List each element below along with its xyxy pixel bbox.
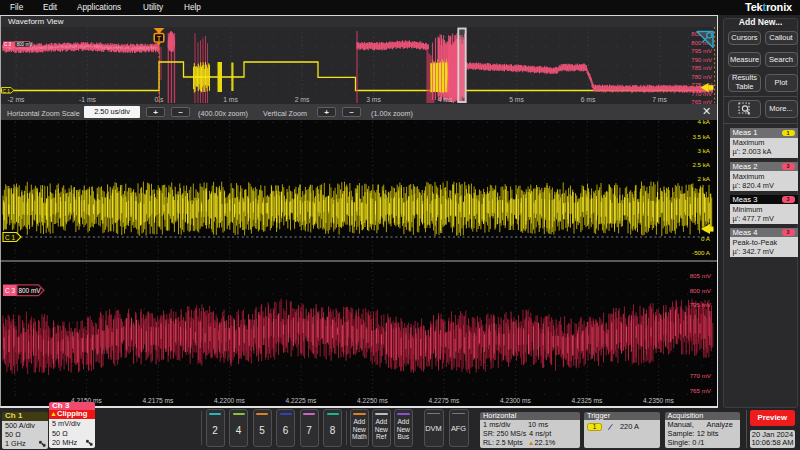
svg-text:785 mV: 785 mV <box>691 65 712 71</box>
svg-text:4 kA: 4 kA <box>698 120 711 125</box>
svg-text:4.2225 ms: 4.2225 ms <box>286 397 317 404</box>
svg-text:1 ms: 1 ms <box>223 96 238 103</box>
svg-text:-500 A: -500 A <box>692 249 711 256</box>
svg-text:0 s: 0 s <box>154 96 164 103</box>
svg-text:795 mV: 795 mV <box>690 301 712 308</box>
svg-text:-2 ms: -2 ms <box>8 96 26 103</box>
svg-text:7 ms: 7 ms <box>652 96 667 103</box>
svg-text:2.5 kA: 2.5 kA <box>692 161 710 168</box>
svg-text:795 mV: 795 mV <box>691 48 712 54</box>
svg-text:790 mV: 790 mV <box>691 57 712 63</box>
svg-text:805 mV: 805 mV <box>690 272 712 279</box>
svg-text:5 ms: 5 ms <box>509 96 524 103</box>
svg-text:4.2350 ms: 4.2350 ms <box>643 397 674 404</box>
svg-text:T: T <box>157 35 162 42</box>
svg-text:2 kA: 2 kA <box>698 175 711 182</box>
svg-text:3 ms: 3 ms <box>366 96 381 103</box>
svg-text:4.2250 ms: 4.2250 ms <box>357 397 388 404</box>
svg-text:3 kA: 3 kA <box>698 147 711 154</box>
svg-text:780 mV: 780 mV <box>691 74 712 80</box>
svg-text:765 mV: 765 mV <box>690 387 712 394</box>
svg-text:4.2275 ms: 4.2275 ms <box>429 397 460 404</box>
svg-text:800 mV: 800 mV <box>17 42 34 47</box>
svg-text:4.2300 ms: 4.2300 ms <box>500 397 531 404</box>
svg-text:0 A: 0 A <box>701 235 711 242</box>
svg-text:770 mV: 770 mV <box>690 372 712 379</box>
svg-text:-1 ms: -1 ms <box>79 96 97 103</box>
svg-text:C 1: C 1 <box>3 89 11 94</box>
svg-text:3.5 kA: 3.5 kA <box>692 133 710 140</box>
svg-text:2 ms: 2 ms <box>295 96 310 103</box>
svg-text:4 ms: 4 ms <box>438 96 453 103</box>
svg-text:770 mV: 770 mV <box>691 91 712 97</box>
svg-text:4.2200 ms: 4.2200 ms <box>214 397 245 404</box>
svg-text:4.2175 ms: 4.2175 ms <box>143 397 174 404</box>
svg-text:6 ms: 6 ms <box>581 96 596 103</box>
svg-text:C 3: C 3 <box>4 42 12 47</box>
svg-text:C 3: C 3 <box>5 287 15 294</box>
svg-text:800 mV: 800 mV <box>19 287 42 294</box>
svg-text:C 1: C 1 <box>5 234 15 241</box>
svg-text:800 mV: 800 mV <box>690 287 712 294</box>
svg-text:4.2325 ms: 4.2325 ms <box>572 397 603 404</box>
